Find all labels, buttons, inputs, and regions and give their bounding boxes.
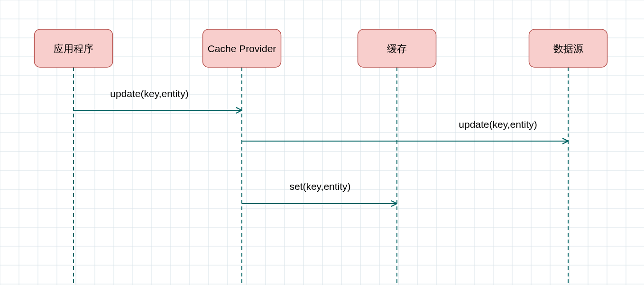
message-label: update(key,entity) — [459, 119, 537, 130]
lifelines — [74, 67, 568, 285]
messages: update(key,entity)update(key,entity)set(… — [74, 88, 568, 207]
participant-label: Cache Provider — [208, 43, 276, 54]
message-label: set(key,entity) — [289, 181, 350, 192]
participant-label: 缓存 — [387, 43, 407, 54]
message-label: update(key,entity) — [110, 88, 188, 99]
sequence-diagram: 应用程序Cache Provider缓存数据源 update(key,entit… — [0, 0, 644, 285]
participant-label: 数据源 — [553, 43, 583, 54]
participants: 应用程序Cache Provider缓存数据源 — [35, 29, 607, 67]
participant-label: 应用程序 — [54, 43, 93, 54]
